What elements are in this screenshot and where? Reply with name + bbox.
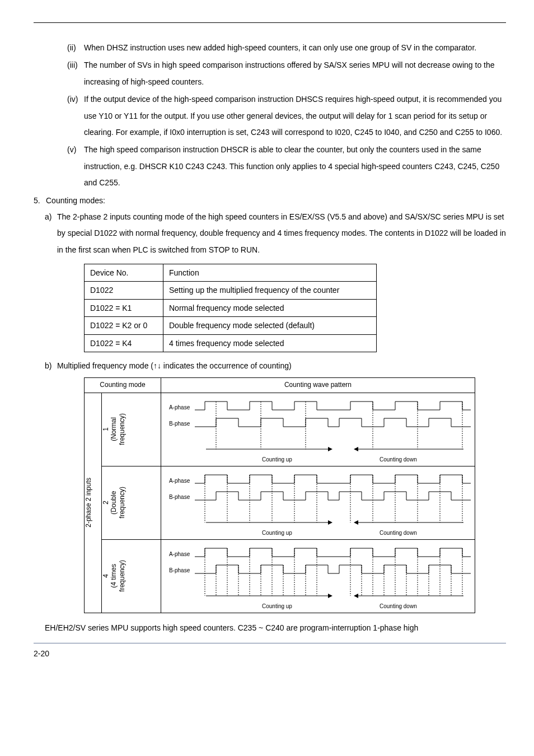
cell: Setting up the multiplied frequency of t… (163, 282, 377, 299)
text-ii: When DHSZ instruction uses new added hig… (84, 40, 506, 56)
marker-v: (v) (67, 142, 84, 191)
marker-5b: b) (45, 358, 57, 374)
text-iii: The number of SVs in high speed comparis… (84, 57, 506, 90)
item-5a: a) The 2-phase 2 inputs counting mode of… (45, 209, 506, 258)
cell: Double frequency mode selected (default) (163, 317, 377, 334)
marker-5a: a) (45, 209, 57, 258)
mode-1-label: 1 (Normal frequency) (102, 410, 126, 449)
waveform-svg-2 (161, 466, 475, 539)
table-row: D1022 = K2 or 0Double frequency mode sel… (85, 317, 377, 334)
table-row: D1022 = K44 times frequency mode selecte… (85, 334, 377, 352)
cell: D1022 = K2 or 0 (85, 317, 163, 334)
device-table: Device No.Function D1022Setting up the m… (84, 264, 377, 352)
counting-mode-table: Counting mode Counting wave pattern 2-ph… (84, 377, 475, 613)
table-row: 2 (Double frequency) A-phase B-phase Cou… (85, 466, 475, 539)
outline-item-iii: (iii) The number of SVs in high speed co… (67, 57, 506, 90)
table-row: Device No.Function (85, 264, 377, 282)
mode-3-cell: 4 (4 times frequency) (102, 539, 161, 613)
wave-3: A-phase B-phase Counting up Counting dow… (161, 540, 475, 613)
outline-item-ii: (ii) When DHSZ instruction uses new adde… (67, 40, 506, 56)
side-label-cell: 2-phase 2 inputs (85, 393, 102, 613)
page-footer: 2-20 (34, 643, 506, 662)
waveform-svg-3 (161, 540, 475, 613)
text-5: Counting modes: (46, 193, 506, 209)
footer-paragraph: EH/EH2/SV series MPU supports high speed… (45, 620, 506, 636)
mode-2-label: 2 (Double frequency) (102, 483, 126, 522)
hdr-wave: Counting wave pattern (161, 378, 475, 393)
cell: 4 times frequency mode selected (163, 334, 377, 352)
wave-3-cell: A-phase B-phase Counting up Counting dow… (161, 539, 475, 613)
cell: Device No. (85, 264, 163, 282)
item-5b: b) Multiplied frequency mode (↑↓ indicat… (45, 358, 506, 374)
marker-iv: (iv) (67, 91, 84, 141)
marker-iii: (iii) (67, 57, 84, 90)
top-rule (34, 22, 506, 23)
side-label: 2-phase 2 inputs (85, 474, 92, 531)
text-5a: The 2-phase 2 inputs counting mode of th… (57, 209, 506, 258)
table-row: 2-phase 2 inputs 1 (Normal frequency) A-… (85, 393, 475, 466)
page-number: 2-20 (34, 649, 49, 658)
marker-5: 5. (34, 193, 46, 209)
cell: D1022 = K1 (85, 299, 163, 316)
mode-3-label: 4 (4 times frequency) (102, 557, 126, 595)
table-row: D1022Setting up the multiplied frequency… (85, 282, 377, 299)
wave-1-cell: A-phase B-phase Counting up Counting dow… (161, 393, 475, 466)
wave-1: A-phase B-phase Counting up Counting dow… (161, 393, 475, 466)
marker-ii: (ii) (67, 40, 84, 56)
wave-2-cell: A-phase B-phase Counting up Counting dow… (161, 466, 475, 539)
outline-item-v: (v) The high speed comparison instructio… (67, 142, 506, 191)
cell: Function (163, 264, 377, 282)
item-5: 5. Counting modes: (34, 193, 506, 209)
hdr-mode: Counting mode (85, 378, 161, 393)
mode-2-cell: 2 (Double frequency) (102, 466, 161, 539)
cell: D1022 (85, 282, 163, 299)
text-5b: Multiplied frequency mode (↑↓ indicates … (57, 358, 506, 374)
table-row: D1022 = K1Normal frequency mode selected (85, 299, 377, 316)
table-row: Counting mode Counting wave pattern (85, 378, 475, 393)
wave-2: A-phase B-phase Counting up Counting dow… (161, 466, 475, 539)
table-row: 4 (4 times frequency) A-phase B-phase Co… (85, 539, 475, 613)
outline-item-iv: (iv) If the output device of the high-sp… (67, 91, 506, 141)
cell: D1022 = K4 (85, 334, 163, 352)
mode-1-cell: 1 (Normal frequency) (102, 393, 161, 466)
text-v: The high speed comparison instruction DH… (84, 142, 506, 191)
cell: Normal frequency mode selected (163, 299, 377, 316)
waveform-svg-1 (161, 393, 475, 466)
text-iv: If the output device of the high-speed c… (84, 91, 506, 141)
